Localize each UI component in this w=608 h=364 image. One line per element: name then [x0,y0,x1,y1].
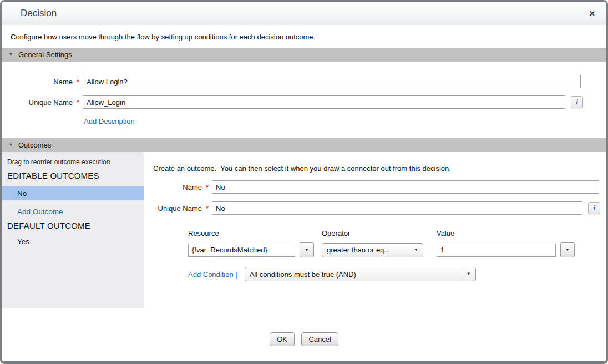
add-description-link[interactable]: Add Description [84,117,135,125]
chevron-down-icon: ▼ [409,244,423,257]
general-settings-header[interactable]: ▼ General Settings [2,48,606,62]
chevron-down-icon: ▼ [462,267,475,281]
editable-outcomes-heading: EDITABLE OUTCOMES [2,171,144,180]
outcome-unique-name-input[interactable] [212,201,582,215]
outcomes-header[interactable]: ▼ Outcomes [2,138,606,152]
chevron-down-icon: ▼ [8,143,13,148]
chevron-down-icon: ▼ [305,248,309,252]
resource-column-header: Resource [188,229,322,237]
value-input[interactable] [437,244,556,257]
resource-cell: ▼ [188,242,322,257]
outcome-name-label: Name [153,183,202,191]
required-marker: * [77,78,79,86]
operator-dropdown[interactable]: greater than or eq... ▼ [322,243,423,257]
value-column-header: Value [437,229,454,237]
outcome-name-row: Name * [153,180,606,194]
required-marker: * [77,98,79,107]
drag-hint-text: Drag to reorder outcome execution [2,152,144,166]
unique-name-label: Unique Name [2,98,73,107]
outcome-unique-name-row: Unique Name * i [153,201,606,215]
conditions-section: Resource Operator Value ▼ greater than o… [188,229,606,281]
operator-column-header: Operator [322,229,437,237]
required-marker: * [206,183,209,191]
name-label: Name [2,78,73,86]
resource-dropdown-button[interactable]: ▼ [300,242,314,257]
outcome-intro-text: Create an outcome. You can then select i… [153,164,606,173]
value-cell: ▼ [437,242,575,257]
info-icon[interactable]: i [588,202,600,214]
dialog-titlebar: Decision ✕ [2,2,606,25]
outcomes-header-label: Outcomes [18,141,51,149]
dialog-title: Decision [21,8,57,19]
default-outcome-heading: DEFAULT OUTCOME [2,221,144,230]
chevron-down-icon: ▼ [8,52,13,57]
condition-logic-dropdown[interactable]: All conditions must be true (AND) ▼ [245,267,476,281]
general-settings-body: Name * Unique Name * i Add Description [2,62,606,138]
cancel-button[interactable]: Cancel [301,332,338,346]
ok-button[interactable]: OK [270,332,295,346]
unique-name-row: Unique Name * i [2,95,606,109]
outcome-item-yes[interactable]: Yes [2,237,144,246]
add-outcome-link[interactable]: Add Outcome [2,208,144,216]
operator-dropdown-value: greater than or eq... [322,246,409,254]
close-icon[interactable]: ✕ [589,10,595,17]
condition-row: ▼ greater than or eq... ▼ [188,242,606,257]
value-dropdown-button[interactable]: ▼ [560,242,575,257]
condition-logic-row: Add Condition | All conditions must be t… [188,267,606,281]
resource-input[interactable] [188,244,295,257]
info-icon[interactable]: i [571,96,583,108]
decision-dialog: Decision ✕ Configure how users move thro… [0,0,608,364]
conditions-column-headers: Resource Operator Value [188,229,606,237]
outcome-name-input[interactable] [212,180,599,194]
outcome-unique-name-label: Unique Name [153,204,202,213]
name-input[interactable] [83,75,581,88]
outcomes-sidebar: Drag to reorder outcome execution EDITAB… [2,152,144,308]
outcomes-body: Drag to reorder outcome execution EDITAB… [2,152,606,308]
dialog-description: Configure how users move through the flo… [2,25,606,48]
operator-cell: greater than or eq... ▼ [322,243,437,257]
general-settings-header-label: General Settings [18,50,72,59]
add-condition-link[interactable]: Add Condition | [188,270,237,279]
outcome-item-no[interactable]: No [2,186,144,200]
outcome-detail-panel: Create an outcome. You can then select i… [144,152,606,308]
chevron-down-icon: ▼ [565,248,570,252]
name-row: Name * [2,75,606,88]
dialog-footer: OK Cancel [2,332,606,346]
condition-logic-value: All conditions must be true (AND) [245,270,462,279]
unique-name-input[interactable] [83,95,565,109]
required-marker: * [206,204,209,213]
